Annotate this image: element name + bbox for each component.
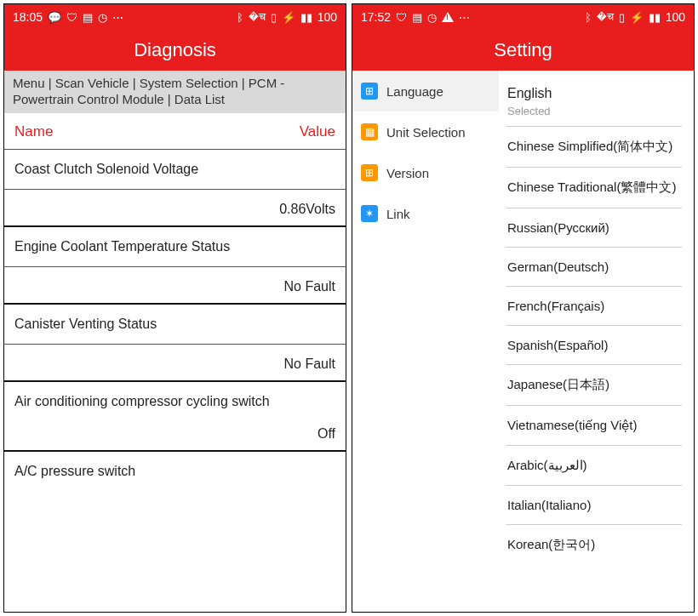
data-row-name[interactable]: Canister Venting Status: [4, 305, 346, 345]
breadcrumb: Menu | Scan Vehicle | System Selection |…: [4, 71, 346, 113]
sidebar-item-unit[interactable]: ▦ Unit Selection: [352, 111, 499, 152]
chat-icon: 💬: [48, 11, 61, 24]
data-row-name[interactable]: A/C pressure switch: [4, 452, 346, 491]
data-row-value: No Fault: [4, 345, 346, 382]
doc-icon: ▤: [412, 11, 422, 24]
gear-icon: ✶: [361, 205, 378, 222]
bluetooth-icon: ᛒ: [585, 11, 592, 24]
language-selected-label: Selected: [506, 105, 682, 127]
language-option[interactable]: Japanese(日本語): [506, 365, 682, 406]
status-bar: 17:52 🛡 ▤ ◷ ⋯ ᛒ �च ▯ ⚡ ▮▮ 100: [352, 4, 694, 30]
data-row-name[interactable]: Air conditioning compressor cycling swit…: [4, 382, 346, 414]
grid-icon: ⊞: [361, 164, 378, 181]
sidebar-item-label: Version: [386, 166, 429, 180]
cell-icon: ▯: [271, 11, 277, 24]
language-option[interactable]: Korean(한국어): [506, 525, 682, 565]
sidebar-item-version[interactable]: ⊞ Version: [352, 152, 499, 193]
sidebar-item-label: Link: [386, 207, 410, 221]
column-header: Name Value: [4, 113, 346, 150]
language-option[interactable]: Vietnamese(tiếng Việt): [506, 406, 682, 446]
col-value: Value: [300, 123, 335, 140]
page-title-text: Diagnosis: [134, 39, 216, 61]
wifi-icon: �च: [249, 10, 266, 24]
warning-icon: [442, 12, 454, 22]
language-option[interactable]: Chinese Traditional(繁體中文): [506, 168, 682, 208]
status-time: 17:52: [361, 10, 391, 24]
language-panel: English Selected Chinese Simplified(简体中文…: [499, 71, 694, 612]
shield-icon: 🛡: [396, 11, 407, 24]
sidebar-item-label: Language: [386, 84, 443, 99]
battery-pct: 100: [666, 10, 685, 24]
battery-pct: 100: [318, 10, 337, 24]
clock-icon: ◷: [427, 11, 437, 24]
globe-icon: ⊞: [361, 83, 378, 100]
language-option[interactable]: Arabic(العربية): [506, 446, 682, 486]
setting-body: ⊞ Language ▦ Unit Selection ⊞ Version ✶ …: [352, 71, 694, 612]
charge-icon: ⚡: [282, 11, 295, 24]
setting-screen: 17:52 🛡 ▤ ◷ ⋯ ᛒ �च ▯ ⚡ ▮▮ 100 Setting ⊞ …: [352, 3, 695, 613]
bluetooth-icon: ᛒ: [237, 11, 243, 24]
diagnosis-screen: 18:05 💬 🛡 ▤ ◷ ⋯ ᛒ �च ▯ ⚡ ▮▮ 100 Diagnosi…: [3, 3, 346, 613]
battery-icon: ▮▮: [649, 11, 661, 24]
language-option[interactable]: French(Français): [506, 287, 682, 326]
data-row-name[interactable]: Engine Coolant Temperature Status: [4, 227, 346, 267]
data-row-value: No Fault: [4, 267, 346, 305]
status-time: 18:05: [13, 10, 43, 24]
page-title: Setting: [352, 30, 694, 71]
charge-icon: ⚡: [630, 11, 644, 24]
language-current[interactable]: English: [506, 76, 682, 105]
doc-icon: ▤: [83, 11, 93, 24]
shield-icon: 🛡: [66, 11, 77, 24]
status-bar: 18:05 💬 🛡 ▤ ◷ ⋯ ᛒ �च ▯ ⚡ ▮▮ 100: [4, 4, 346, 30]
language-option[interactable]: Russian(Русский): [506, 208, 682, 248]
data-row-value: 0.86Volts: [4, 190, 346, 227]
ruler-icon: ▦: [361, 123, 378, 140]
clock-icon: ◷: [98, 11, 107, 24]
cell-icon: ▯: [619, 11, 625, 24]
data-row-name[interactable]: Coast Clutch Solenoid Voltage: [4, 150, 346, 190]
sidebar-item-language[interactable]: ⊞ Language: [352, 71, 499, 111]
language-option[interactable]: German(Deutsch): [506, 248, 682, 287]
sidebar-item-link[interactable]: ✶ Link: [352, 193, 499, 234]
sidebar-item-label: Unit Selection: [386, 125, 466, 140]
battery-icon: ▮▮: [300, 11, 312, 24]
settings-sidebar: ⊞ Language ▦ Unit Selection ⊞ Version ✶ …: [352, 71, 499, 612]
page-title-text: Setting: [494, 39, 552, 61]
page-title: Diagnosis: [4, 30, 346, 71]
data-row-value: Off: [4, 414, 346, 452]
col-name: Name: [14, 123, 53, 140]
wifi-icon: �च: [597, 10, 614, 24]
more-icon: ⋯: [112, 11, 123, 24]
language-option[interactable]: Chinese Simplified(简体中文): [506, 127, 682, 168]
language-option[interactable]: Spanish(Español): [506, 326, 682, 365]
language-option[interactable]: Italian(Italiano): [506, 486, 682, 525]
data-list[interactable]: Coast Clutch Solenoid Voltage 0.86Volts …: [4, 150, 346, 613]
more-icon: ⋯: [459, 11, 470, 24]
